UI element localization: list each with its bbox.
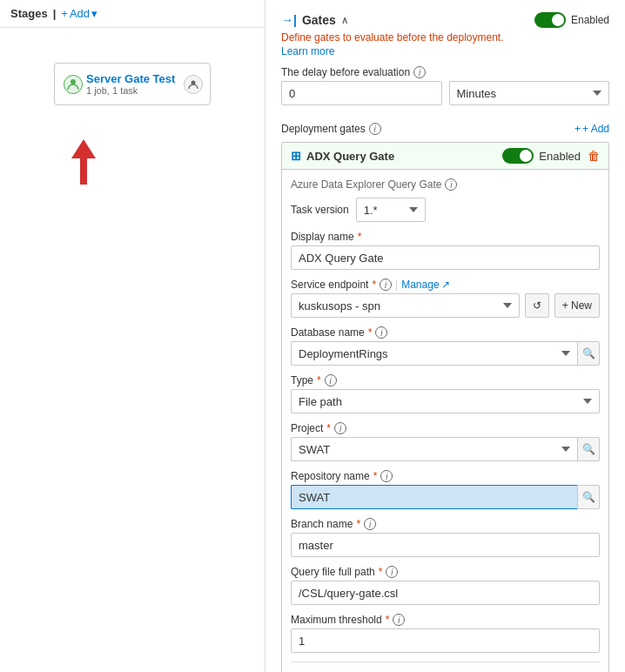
user-circle-icon [188,79,198,90]
delay-info-icon[interactable]: i [413,66,426,78]
chevron-down-icon: ▾ [91,7,97,20]
stage-user-icon [184,75,203,94]
gate-enabled-label: Enabled [539,150,581,163]
enabled-toggle-label: Enabled [571,14,609,26]
repo-info-icon[interactable]: i [380,470,393,482]
database-name-row: Database name * i DeploymentRings 🔍 [291,326,600,366]
person-icon [67,78,79,91]
deployment-gates-header: Deployment gates i + + Add [281,123,609,135]
chevron-up-icon[interactable]: ∧ [341,15,348,26]
query-file-label: Query file full path * i [291,566,600,578]
separator: | [53,7,57,20]
gate-card-title: ⊞ ADX Query Gate [291,149,394,163]
project-search-button[interactable]: 🔍 [577,437,600,461]
display-name-required: * [358,231,362,243]
display-name-label: Display name * [291,231,600,243]
repo-name-label: Repository name * i [291,470,600,482]
branch-info-icon[interactable]: i [364,518,376,530]
database-select-wrap: DeploymentRings 🔍 [291,341,600,366]
deployment-gates-info-icon[interactable]: i [369,123,381,135]
manage-link[interactable]: Manage ↗ [401,279,449,291]
plus-icon: + [575,123,581,135]
repo-select-wrap: SWAT 🔍 [291,485,600,509]
gates-label: Gates [302,13,336,27]
gate-card-name: ADX Query Gate [306,150,394,163]
gate-toggle-switch[interactable] [502,148,534,164]
delay-row: The delay before evaluation i Minutes Ho… [281,66,609,114]
task-version-row: Task version 1.* [291,198,600,222]
project-select-wrap: SWAT 🔍 [291,437,600,461]
gate-card-actions: Enabled 🗑 [502,148,600,164]
stage-status-icon [64,75,83,94]
project-info-icon[interactable]: i [334,422,346,434]
database-select[interactable]: DeploymentRings [291,341,577,366]
branch-name-label: Branch name * i [291,518,600,530]
max-threshold-row: Maximum threshold * i [291,614,600,653]
type-label: Type * i [291,374,600,386]
database-name-label: Database name * i [291,326,600,339]
stage-canvas: Server Gate Test 1 job, 1 task [0,28,265,672]
add-button[interactable]: + Add ▾ [61,7,97,20]
gates-title: →| Gates ∧ [281,13,348,27]
branch-name-row: Branch name * i [291,518,600,557]
max-threshold-info-icon[interactable]: i [393,614,405,626]
type-row: Type * i File path [291,374,600,413]
learn-more-link[interactable]: Learn more [281,45,609,57]
task-version-label: Task version [291,204,349,216]
display-name-input[interactable] [291,245,600,270]
query-file-input[interactable] [291,581,600,605]
add-label: Add [70,7,90,20]
gate-card-body: Azure Data Explorer Query Gate i Task ve… [282,170,608,672]
plus-icon: + [61,7,68,20]
service-endpoint-info[interactable]: i [380,279,392,291]
delete-gate-icon[interactable]: 🗑 [588,149,600,163]
svg-point-0 [71,79,76,84]
delay-label: The delay before evaluation i [281,66,609,78]
gate-card: ⊞ ADX Query Gate Enabled 🗑 Azure Data Ex… [281,142,609,672]
max-threshold-input[interactable] [291,628,600,653]
query-file-row: Query file full path * i [291,566,600,605]
query-file-info-icon[interactable]: i [386,566,398,578]
new-service-button[interactable]: + New [554,293,600,318]
database-info-icon[interactable]: i [375,326,387,339]
delay-unit-select[interactable]: Minutes Hours Days [449,81,610,105]
repo-search-button[interactable]: 🔍 [577,485,600,509]
advanced-section[interactable]: Advanced ∨ [291,662,600,672]
gate-card-header: ⊞ ADX Query Gate Enabled 🗑 [282,143,608,170]
adx-gate-icon: ⊞ [291,149,301,163]
gates-toggle[interactable]: Enabled [534,12,609,28]
arrow-indicator [71,139,96,185]
left-panel: Stages | + Add ▾ Server Gate Test [0,0,265,672]
branch-name-input[interactable] [291,533,600,557]
project-select[interactable]: SWAT [291,437,577,461]
gates-desc: Define gates to evaluate before the depl… [281,31,609,44]
stage-node[interactable]: Server Gate Test 1 job, 1 task [54,63,211,105]
gate-subtitle: Azure Data Explorer Query Gate i [291,178,600,191]
type-info-icon[interactable]: i [325,374,337,386]
repo-name-select[interactable]: SWAT [291,485,577,509]
max-threshold-label: Maximum threshold * i [291,614,600,626]
delay-inputs: Minutes Hours Days [281,81,609,105]
task-version-select[interactable]: 1.* [356,198,426,222]
type-select[interactable]: File path [291,389,600,413]
refresh-button[interactable]: ↺ [525,293,549,318]
deployment-gates-label: Deployment gates i [281,123,381,135]
display-name-row: Display name * [291,231,600,270]
right-panel: →| Gates ∧ Enabled Define gates to evalu… [265,0,625,672]
delay-input[interactable] [281,81,442,105]
stage-subtitle: 1 job, 1 task [86,85,199,96]
service-select-wrap: kuskusops - spn [291,293,520,318]
repo-name-row: Repository name * i SWAT 🔍 [291,470,600,509]
gate-enabled-toggle[interactable]: Enabled [502,148,581,164]
service-endpoint-select[interactable]: kuskusops - spn [291,293,520,318]
project-row: Project * i SWAT 🔍 [291,422,600,461]
gates-header: →| Gates ∧ Enabled [281,12,609,28]
gate-arrow-icon: →| [281,13,297,27]
stages-label: Stages [10,7,48,20]
gate-subtitle-info[interactable]: i [445,178,457,191]
enabled-toggle[interactable] [534,12,566,28]
stages-header: Stages | + Add ▾ [0,0,265,28]
service-endpoint-label: Service endpoint * i | Manage ↗ [291,279,600,291]
database-search-button[interactable]: 🔍 [577,341,600,366]
add-gate-button[interactable]: + + Add [575,123,609,135]
